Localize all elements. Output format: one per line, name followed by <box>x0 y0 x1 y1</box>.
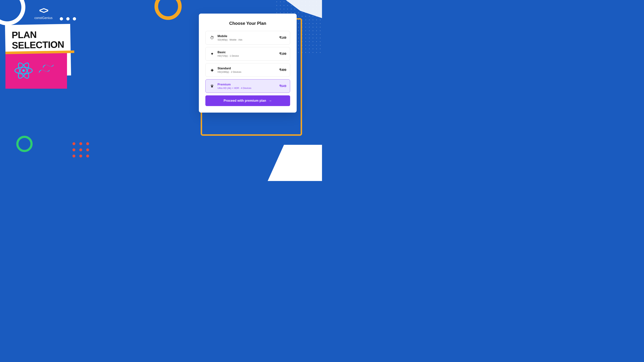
standard-plan-info: Standard HD(1080p) · 2 Devices <box>218 67 277 73</box>
react-icon <box>14 61 32 80</box>
tech-icons-box <box>6 52 67 89</box>
plan-item-premium[interactable]: ♛ Premium Ultra HD (4k) + HDR · 4 Device… <box>205 79 290 93</box>
standard-plan-icon: ◈ <box>209 68 215 72</box>
plan-item-mobile[interactable]: ⏱ Mobile SD(480p) · Mobile · Ads ₹149 <box>205 31 290 44</box>
plan-item-standard[interactable]: ◈ Standard HD(1080p) · 2 Devices ₹499 <box>205 63 290 77</box>
basic-plan-price: ₹199 <box>279 52 286 56</box>
proceed-button-label: Proceed with premium plan <box>224 99 266 103</box>
proceed-button[interactable]: Proceed with premium plan → <box>205 95 290 106</box>
card-title: Choose Your Plan <box>205 21 290 26</box>
standard-plan-name: Standard <box>218 67 277 70</box>
basic-plan-info: Basic HD(720p) · 1 Device <box>218 50 277 57</box>
premium-plan-icon: ♛ <box>209 84 215 88</box>
basic-plan-name: Basic <box>218 50 277 54</box>
premium-plan-price: ₹649 <box>279 84 286 88</box>
logo-area: <> constGenius <box>34 5 52 20</box>
plan-selection-card: Choose Your Plan ⏱ Mobile SD(480p) · Mob… <box>199 13 297 113</box>
premium-plan-name: Premium <box>218 83 277 86</box>
arrow-right-icon: → <box>268 99 272 103</box>
basic-plan-icon: ✦ <box>209 51 215 56</box>
circle-decoration-bottom-left <box>16 136 32 152</box>
logo-text: constGenius <box>34 16 52 20</box>
dots-pattern-decoration <box>72 142 90 157</box>
basic-plan-desc: HD(720p) · 1 Device <box>218 54 277 57</box>
mobile-plan-desc: SD(480p) · Mobile · Ads <box>218 38 277 41</box>
standard-plan-price: ₹499 <box>279 68 286 72</box>
premium-plan-desc: Ultra HD (4k) + HDR · 4 Devices <box>218 87 277 89</box>
three-dots-decoration <box>60 17 76 20</box>
tailwind-icon <box>38 63 58 78</box>
svg-point-3 <box>22 69 25 72</box>
premium-plan-info: Premium Ultra HD (4k) + HDR · 4 Devices <box>218 83 277 89</box>
logo-icon: <> <box>39 5 48 15</box>
plan-item-basic[interactable]: ✦ Basic HD(720p) · 1 Device ₹199 <box>205 47 290 61</box>
mobile-plan-price: ₹149 <box>279 36 286 40</box>
mobile-plan-icon: ⏱ <box>209 35 215 40</box>
standard-plan-desc: HD(1080p) · 2 Devices <box>218 71 277 73</box>
mobile-plan-name: Mobile <box>218 34 277 38</box>
mobile-plan-info: Mobile SD(480p) · Mobile · Ads <box>218 34 277 41</box>
